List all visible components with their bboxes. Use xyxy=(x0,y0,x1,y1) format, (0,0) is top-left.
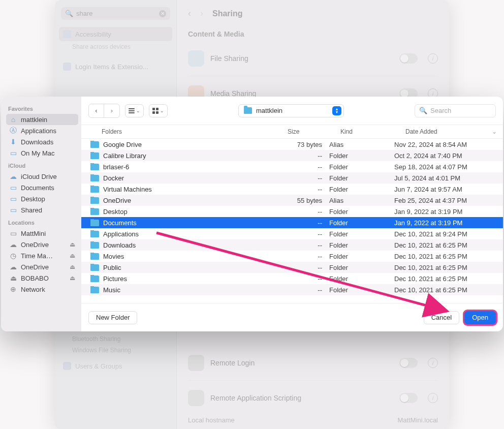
file-row[interactable]: Desktop--FolderJan 9, 2022 at 3:19 PM xyxy=(81,206,503,217)
eject-icon[interactable]: ⏏ xyxy=(70,252,75,259)
group-by-button[interactable]: ⌄ xyxy=(149,104,168,117)
nav-back-button[interactable]: ‹ xyxy=(89,104,104,117)
sidebar-item-label: Documents xyxy=(21,184,54,192)
nav-forward-button: › xyxy=(104,104,119,117)
cancel-button[interactable]: Cancel xyxy=(424,311,459,324)
mac-icon: ▭ xyxy=(9,149,17,157)
sidebar-item-documents[interactable]: ▭Documents xyxy=(6,182,78,193)
open-button[interactable]: Open xyxy=(464,311,496,324)
sidebar-item-applications[interactable]: ⒶApplications xyxy=(6,125,78,136)
file-picker-toolbar: ‹ › ⌄ ⌄ mattklein ▲▼ 🔍 Search xyxy=(81,97,503,125)
location-popup[interactable]: mattklein ▲▼ xyxy=(238,104,344,117)
file-row[interactable]: OneDrive55 bytesAliasFeb 25, 2024 at 4:3… xyxy=(81,195,503,206)
file-kind: Folder xyxy=(329,219,394,227)
file-name: Applications xyxy=(103,230,139,238)
search-input[interactable]: 🔍 Search xyxy=(415,104,496,117)
sidebar-item-label: BOBABO xyxy=(21,274,49,282)
cloud-icon: ☁ xyxy=(9,263,17,271)
file-row[interactable]: Public--FolderDec 10, 2021 at 6:25 PM xyxy=(81,262,503,273)
sidebar-item-label: MattMini xyxy=(21,230,46,237)
col-folders[interactable]: Folders xyxy=(102,128,288,135)
sidebar-item-mattklein[interactable]: ⌂mattklein xyxy=(6,114,78,125)
file-date: Dec 10, 2021 at 9:24 PM xyxy=(394,230,497,238)
folder-icon xyxy=(90,175,99,181)
sidebar-item-desktop[interactable]: ▭Desktop xyxy=(6,193,78,204)
file-row[interactable]: Documents--FolderJan 9, 2022 at 3:19 PM xyxy=(81,217,503,228)
file-size: -- xyxy=(276,253,329,260)
file-name: Public xyxy=(103,264,121,271)
new-folder-button[interactable]: New Folder xyxy=(88,311,137,324)
sidebar-item-onedrive[interactable]: ☁OneDrive⏏ xyxy=(6,261,78,272)
sidebar-item-downloads[interactable]: ⬇Downloads xyxy=(6,136,78,147)
file-size: -- xyxy=(276,163,329,171)
file-date: Dec 10, 2021 at 6:25 PM xyxy=(394,275,497,283)
file-row[interactable]: Applications--FolderDec 10, 2021 at 9:24… xyxy=(81,228,503,239)
disk-icon: ⏏ xyxy=(9,274,17,282)
folder-icon xyxy=(90,164,99,170)
sidebar-item-mattmini[interactable]: ▭MattMini xyxy=(6,228,78,239)
file-kind: Folder xyxy=(329,275,394,283)
file-name: Virtual Machines xyxy=(103,186,152,193)
file-name: Downloads xyxy=(103,241,136,249)
folder-icon xyxy=(244,107,252,114)
file-kind: Folder xyxy=(329,186,394,193)
sidebar-item-label: OneDrive xyxy=(21,263,49,271)
eject-icon[interactable]: ⏏ xyxy=(70,263,75,270)
folder-icon xyxy=(90,152,99,159)
col-kind[interactable]: Kind xyxy=(340,128,405,135)
sidebar-item-on-my-mac[interactable]: ▭On My Mac xyxy=(6,147,78,159)
sidebar-item-label: Downloads xyxy=(21,138,53,146)
file-kind: Folder xyxy=(329,208,394,216)
file-kind: Folder xyxy=(329,230,394,238)
folder-icon xyxy=(90,208,99,215)
eject-icon[interactable]: ⏏ xyxy=(70,241,75,248)
sidebar-item-bobabo[interactable]: ⏏BOBABO⏏ xyxy=(6,272,78,284)
chevron-down-icon: ⌄ xyxy=(492,128,497,135)
file-picker-sidebar: Favorites⌂mattkleinⒶApplications⬇Downloa… xyxy=(1,97,81,331)
file-row[interactable]: Google Drive73 bytesAliasNov 22, 2024 at… xyxy=(81,139,503,150)
file-row[interactable]: Pictures--FolderDec 10, 2021 at 6:25 PM xyxy=(81,273,503,284)
net-icon: ⊕ xyxy=(9,285,17,293)
file-kind: Alias xyxy=(329,141,394,148)
sidebar-item-icloud-drive[interactable]: ☁iCloud Drive xyxy=(6,171,78,182)
folder-icon xyxy=(90,197,99,204)
file-size: -- xyxy=(276,186,329,193)
tm-icon: ◷ xyxy=(9,252,17,260)
sidebar-item-onedrive[interactable]: ☁OneDrive⏏ xyxy=(6,239,78,250)
col-size[interactable]: Size xyxy=(288,128,340,135)
sidebar-item-label: Applications xyxy=(21,127,56,135)
dialog-footer: New Folder Cancel Open xyxy=(81,303,503,331)
file-row[interactable]: brlaser-6--FolderSep 18, 2024 at 4:07 PM xyxy=(81,161,503,172)
file-name: Movies xyxy=(103,253,124,260)
file-date: Jul 5, 2024 at 4:01 PM xyxy=(394,174,497,182)
col-date[interactable]: Date Added⌄ xyxy=(405,128,497,135)
folder-icon xyxy=(90,264,99,271)
folder-icon xyxy=(90,287,99,293)
file-date: Dec 10, 2021 at 6:25 PM xyxy=(394,253,497,260)
file-size: -- xyxy=(276,208,329,216)
list-view-button[interactable]: ⌄ xyxy=(125,104,144,117)
file-size: 55 bytes xyxy=(276,197,329,204)
sidebar-item-label: Network xyxy=(21,286,45,293)
file-size: -- xyxy=(276,230,329,238)
file-list[interactable]: Google Drive73 bytesAliasNov 22, 2024 at… xyxy=(81,139,503,303)
sidebar-group-header: iCloud xyxy=(8,163,76,169)
file-row[interactable]: Music--FolderDec 10, 2021 at 6:25 PM xyxy=(81,284,503,295)
file-row[interactable]: Docker--FolderJul 5, 2024 at 4:01 PM xyxy=(81,172,503,183)
file-kind: Folder xyxy=(329,174,394,182)
file-row[interactable]: Downloads--FolderDec 10, 2021 at 6:25 PM xyxy=(81,239,503,251)
eject-icon[interactable]: ⏏ xyxy=(70,274,75,282)
file-name: Google Drive xyxy=(103,141,142,148)
sidebar-item-label: OneDrive xyxy=(21,241,49,249)
sidebar-item-network[interactable]: ⊕Network xyxy=(6,284,78,295)
sidebar-item-time-ma-[interactable]: ◷Time Ma…⏏ xyxy=(6,250,78,261)
file-kind: Folder xyxy=(329,241,394,249)
desk-icon: ▭ xyxy=(9,195,17,203)
file-kind: Folder xyxy=(329,152,394,160)
sidebar-item-shared[interactable]: ▭Shared xyxy=(6,204,78,216)
file-row[interactable]: Movies--FolderDec 10, 2021 at 6:25 PM xyxy=(81,251,503,262)
file-row[interactable]: Virtual Machines--FolderJun 7, 2024 at 9… xyxy=(81,183,503,195)
file-size: -- xyxy=(276,152,329,160)
file-name: Docker xyxy=(103,174,124,182)
file-row[interactable]: Calibre Library--FolderOct 2, 2024 at 7:… xyxy=(81,150,503,161)
